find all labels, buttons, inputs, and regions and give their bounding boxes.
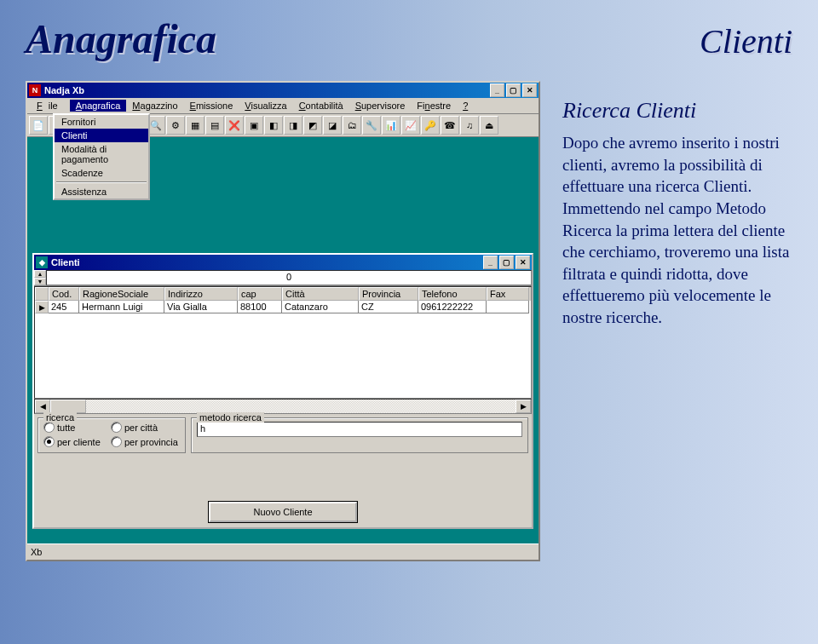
spin-down[interactable]: ▼ — [34, 278, 46, 285]
dropdown-separator — [56, 181, 147, 183]
clienti-grid: Cod. RagioneSociale Indirizzo cap Città … — [34, 286, 532, 399]
child-minimize[interactable]: _ — [483, 256, 498, 269]
metodo-group: metodo ricerca h — [191, 417, 528, 453]
radio-per-cliente[interactable]: per cliente — [43, 436, 102, 447]
toolbar-btn-14[interactable]: ◩ — [303, 116, 322, 135]
anagrafica-dropdown: Fornitori Clienti Modalità di pagamento … — [53, 113, 150, 200]
spin-up[interactable]: ▲ — [34, 270, 46, 278]
toolbar-btn-15[interactable]: ◪ — [323, 116, 342, 135]
clienti-title: Clienti — [51, 257, 481, 267]
menu-magazzino[interactable]: Magazzino — [126, 100, 183, 112]
toolbar-btn-9[interactable]: ▤ — [205, 116, 224, 135]
dropdown-assistenza[interactable]: Assistenza — [55, 185, 148, 198]
cell-cod: 245 — [49, 301, 79, 313]
toolbar-btn-12[interactable]: ◧ — [264, 116, 283, 135]
menubar: File Anagrafica Magazzino Emissione Visu… — [27, 98, 539, 114]
menu-help[interactable]: ? — [457, 100, 474, 112]
cell-telefono: 0961222222 — [418, 301, 487, 313]
toolbar-btn-8[interactable]: ▦ — [186, 116, 204, 135]
scroll-thumb[interactable] — [50, 400, 86, 413]
cell-fax — [487, 301, 529, 313]
toolbar-btn-11[interactable]: ▣ — [245, 116, 263, 135]
radio-tutte[interactable]: tutte — [43, 422, 102, 433]
cell-indirizzo: Via Gialla — [164, 301, 238, 313]
toolbar-btn-23[interactable]: ⏏ — [480, 116, 498, 135]
cell-citta: Catanzaro — [282, 301, 359, 313]
close-button[interactable]: ✕ — [522, 83, 537, 97]
toolbar-btn-17[interactable]: 🔧 — [362, 116, 381, 135]
menu-anagrafica[interactable]: Anagrafica — [70, 100, 127, 112]
status-text: Xb — [31, 547, 42, 557]
page-body: Dopo che avremo inserito i nostri client… — [562, 132, 792, 329]
nuovo-cliente-button[interactable]: Nuovo Cliente — [209, 502, 357, 522]
dropdown-clienti[interactable]: Clienti — [55, 129, 148, 142]
toolbar-btn-19[interactable]: 📈 — [401, 116, 420, 135]
toolbar-btn-22[interactable]: ♫ — [460, 116, 479, 135]
cell-ragione: Hermann Luigi — [79, 301, 164, 313]
toolbar-btn-7[interactable]: ⚙ — [166, 116, 185, 135]
app-icon: N — [29, 84, 41, 96]
toolbar-btn-0[interactable]: 📄 — [29, 116, 48, 135]
metodo-legend: metodo ricerca — [197, 412, 264, 423]
menu-supervisore[interactable]: Supervisore — [349, 100, 412, 112]
menu-finestre[interactable]: Finestre — [411, 100, 457, 112]
toolbar-btn-13[interactable]: ◨ — [284, 116, 302, 135]
menu-file[interactable]: File — [31, 100, 70, 112]
dropdown-fornitori[interactable]: Fornitori — [55, 115, 148, 129]
page-title-left: Anagrafica — [26, 15, 216, 62]
scroll-right-icon[interactable]: ▶ — [516, 400, 531, 413]
col-fax[interactable]: Fax — [487, 287, 529, 301]
col-cod[interactable]: Cod. — [49, 287, 79, 301]
dropdown-modalita[interactable]: Modalità di pagamento — [55, 142, 148, 166]
cell-cap: 88100 — [238, 301, 282, 313]
maximize-button[interactable]: ▢ — [506, 83, 521, 97]
grid-hscroll[interactable]: ◀ ▶ — [34, 399, 532, 414]
menu-visualizza[interactable]: Visualizza — [239, 100, 292, 112]
clienti-titlebar[interactable]: ◆ Clienti _ ▢ ✕ — [34, 255, 532, 270]
statusbar: Xb — [27, 543, 539, 560]
clienti-window: ◆ Clienti _ ▢ ✕ ▲ ▼ 0 Cod. RagioneSocial… — [32, 253, 533, 529]
row-marker-icon: ▶ — [35, 301, 49, 313]
main-window: N Nadja Xb _ ▢ ✕ File Anagrafica Magazzi… — [26, 81, 540, 561]
main-titlebar[interactable]: N Nadja Xb _ ▢ ✕ — [27, 83, 539, 98]
toolbar-btn-16[interactable]: 🗂 — [343, 116, 361, 135]
menu-emissione[interactable]: Emissione — [184, 100, 239, 112]
menu-contabilita[interactable]: Contabilità — [293, 100, 349, 112]
dropdown-scadenze[interactable]: Scadenze — [55, 166, 148, 180]
table-row[interactable]: ▶ 245 Hermann Luigi Via Gialla 88100 Cat… — [35, 301, 531, 313]
scroll-track[interactable] — [50, 400, 516, 413]
toolbar-btn-20[interactable]: 🔑 — [421, 116, 440, 135]
child-close[interactable]: ✕ — [516, 256, 530, 269]
cell-provincia: CZ — [359, 301, 418, 313]
ricerca-group: ricerca tutte per città per cliente per … — [37, 417, 186, 453]
col-cap[interactable]: cap — [238, 287, 282, 301]
page-subtitle: Ricerca Clienti — [562, 98, 696, 124]
child-maximize[interactable]: ▢ — [499, 256, 514, 269]
col-ragione[interactable]: RagioneSociale — [79, 287, 164, 301]
radio-per-citta[interactable]: per città — [111, 422, 180, 433]
search-row: ▲ ▼ 0 — [34, 270, 532, 286]
main-title: Nadja Xb — [44, 85, 488, 95]
radio-per-provincia[interactable]: per provincia — [111, 436, 180, 447]
toolbar-btn-18[interactable]: 📊 — [382, 116, 400, 135]
grid-corner — [35, 287, 49, 301]
clienti-icon: ◆ — [36, 256, 48, 268]
toolbar-btn-21[interactable]: ☎ — [441, 116, 459, 135]
toolbar-btn-10[interactable]: ❌ — [225, 116, 244, 135]
scroll-left-icon[interactable]: ◀ — [35, 400, 50, 413]
col-telefono[interactable]: Telefono — [418, 287, 487, 301]
minimize-button[interactable]: _ — [490, 83, 504, 97]
page-title-right: Clienti — [700, 21, 792, 61]
metodo-input[interactable]: h — [197, 422, 522, 437]
search-input[interactable]: 0 — [46, 270, 532, 285]
col-citta[interactable]: Città — [282, 287, 359, 301]
col-indirizzo[interactable]: Indirizzo — [164, 287, 238, 301]
col-provincia[interactable]: Provincia — [359, 287, 418, 301]
ricerca-legend: ricerca — [43, 412, 77, 423]
